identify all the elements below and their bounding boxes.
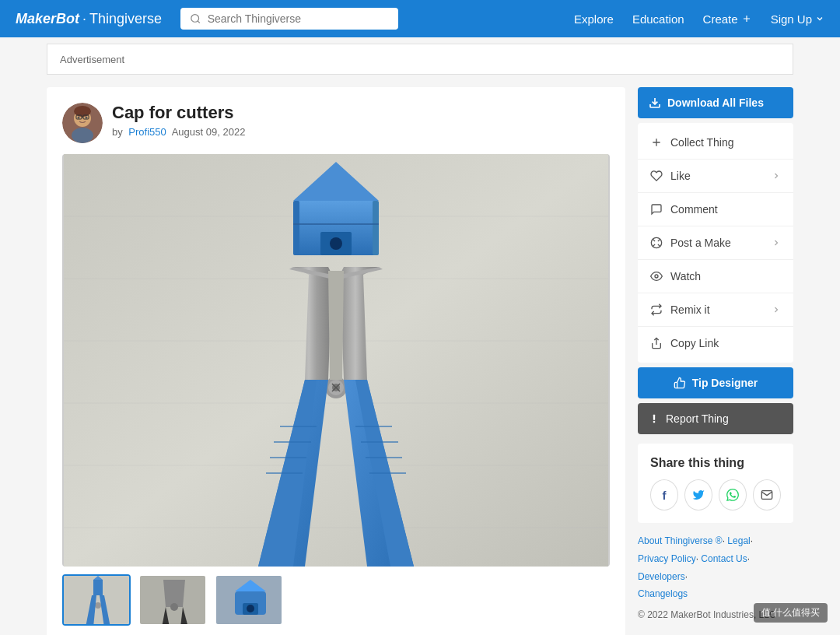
svg-rect-22 [373,201,379,255]
remix-action[interactable]: Remix it [638,293,793,327]
eye-icon [650,270,663,282]
legal-link[interactable]: Legal [727,535,750,546]
thumbnail-3[interactable] [215,574,283,626]
logo-makerbot: MakerBot [16,11,79,27]
share-section: Share this thing f [638,444,793,523]
watch-label: Watch [670,270,701,282]
avatar-image [62,103,103,143]
copy-link-label: Copy Link [670,337,719,349]
thumbs-up-icon [674,377,686,389]
svg-point-4 [72,128,93,143]
svg-point-20 [330,237,342,250]
svg-point-6 [86,117,88,119]
logo-thingiverse: Thingiverse [89,11,162,27]
share-whatsapp-button[interactable] [719,479,747,510]
download-all-button[interactable]: Download All Files [638,87,793,118]
nav-create[interactable]: Create [703,12,752,26]
contact-link[interactable]: Contact Us [701,553,747,564]
post-make-arrow-icon [772,238,781,247]
share-title: Share this thing [650,456,781,470]
header-nav: Explore Education Create Sign Up [574,12,824,26]
svg-point-42 [170,603,178,611]
post-make-icon [650,237,663,249]
svg-point-0 [191,15,199,23]
logo[interactable]: MakerBot · Thingiverse [16,11,162,27]
svg-rect-21 [293,201,299,255]
main-image-container [62,154,610,567]
comment-label: Comment [670,203,718,216]
right-sidebar: Download All Files Collect Thing Like [638,87,793,635]
svg-rect-38 [93,580,103,595]
nav-explore[interactable]: Explore [574,12,614,26]
like-action[interactable]: Like [638,160,793,193]
heart-icon [650,170,663,182]
chevron-down-icon [815,14,824,23]
svg-rect-51 [653,421,655,423]
advertisement-label: Advertisement [60,54,124,65]
by-label: by [112,126,123,138]
logo-separator: · [82,11,86,27]
comment-icon [650,203,663,216]
tip-designer-button[interactable]: Tip Designer [638,367,793,398]
share-icons-row: f [650,479,781,510]
svg-rect-50 [653,415,655,420]
plus-icon [741,13,752,24]
privacy-link[interactable]: Privacy Policy [638,553,696,564]
share-facebook-button[interactable]: f [650,479,678,510]
svg-point-40 [95,602,101,609]
post-make-label: Post a Make [670,237,731,249]
changelogs-link[interactable]: Changelogs [638,588,688,599]
share-email-button[interactable] [753,479,781,510]
search-icon [190,12,201,25]
download-icon [649,96,661,109]
sidebar-actions-panel: Collect Thing Like Comment [638,123,793,363]
svg-point-5 [78,117,80,119]
thumbnail-2[interactable] [138,574,207,626]
avatar [62,103,103,143]
svg-point-47 [247,605,254,612]
share-twitter-button[interactable] [684,479,712,510]
developers-link[interactable]: Developers [638,571,685,582]
thumbnail-1[interactable] [62,574,131,626]
left-content: Cap for cutters by Profi550 August 09, 2… [47,87,625,635]
thing-date: August 09, 2022 [172,126,246,138]
watch-action[interactable]: Watch [638,260,793,293]
app-header: MakerBot · Thingiverse Explore Education… [0,0,840,37]
remix-arrow-icon [772,305,781,314]
watermark: 值·什么值得买 [754,603,828,623]
main-container: Cap for cutters by Profi550 August 09, 2… [0,75,840,635]
thing-header: Cap for cutters by Profi550 August 09, 2… [62,103,610,143]
like-arrow-icon [772,171,781,181]
nav-education[interactable]: Education [632,12,684,26]
signup-label: Sign Up [771,12,812,26]
remix-icon [650,303,663,316]
about-link[interactable]: About Thingiverse ® [638,535,723,546]
svg-point-48 [655,275,658,278]
report-button[interactable]: Report Thing [638,403,793,434]
tip-designer-label: Tip Designer [692,377,758,389]
collect-action[interactable]: Collect Thing [638,126,793,160]
create-label: Create [703,12,738,26]
author-link[interactable]: Profi550 [128,126,166,138]
search-bar [180,8,398,30]
copy-link-icon [650,337,663,349]
main-image [62,154,610,567]
thing-title: Cap for cutters [112,103,245,123]
remix-label: Remix it [670,303,710,316]
comment-action[interactable]: Comment [638,193,793,226]
nav-signup[interactable]: Sign Up [771,12,824,26]
thing-meta: by Profi550 August 09, 2022 [112,126,245,138]
thing-title-block: Cap for cutters by Profi550 August 09, 2… [112,103,245,138]
twitter-icon [692,489,705,501]
thumbnails-row [62,574,610,626]
report-label: Report Thing [666,412,729,425]
exclamation-icon [649,413,660,424]
whatsapp-icon [726,489,739,501]
like-label: Like [670,170,691,182]
search-input[interactable] [208,12,389,25]
post-a-make-action[interactable]: Post a Make [638,226,793,260]
email-icon [761,489,773,501]
download-all-label: Download All Files [667,96,764,109]
plus-collect-icon [650,136,663,149]
copy-link-action[interactable]: Copy Link [638,327,793,360]
